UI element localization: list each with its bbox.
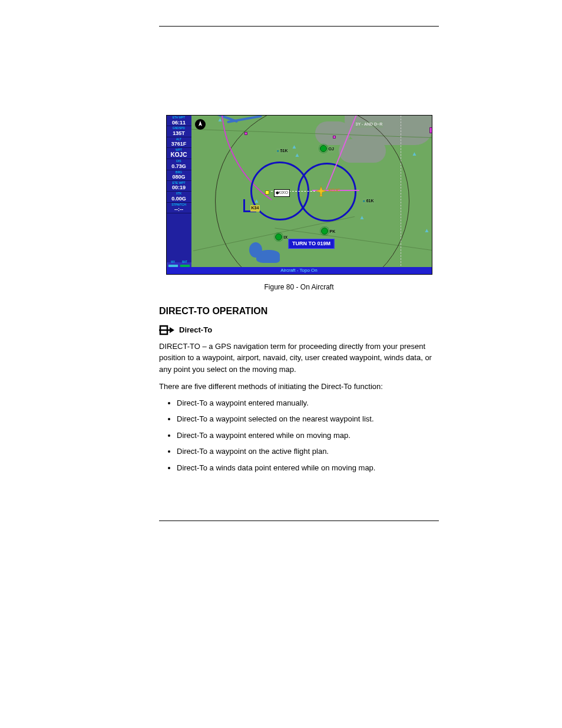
stpwtch-value: --:-- bbox=[168, 206, 190, 213]
airport-pk bbox=[321, 228, 328, 235]
yellow-waypoint-icon bbox=[265, 190, 269, 195]
gndspd-value: 135T bbox=[168, 130, 190, 137]
gndspd-block: GNDSPD 135T bbox=[167, 126, 191, 137]
pk-label: PK bbox=[329, 229, 336, 235]
label-61k: ● 61K bbox=[362, 198, 375, 205]
brg-block: BRG 080G bbox=[167, 170, 191, 181]
list-item: Direct-To a waypoint on the active fligh… bbox=[177, 446, 439, 457]
section-heading: DIRECT-TO OPERATION bbox=[159, 304, 439, 318]
wpt-value: KOJC bbox=[168, 151, 190, 159]
ete-wpt-value: 00:19 bbox=[168, 185, 190, 191]
direct-to-icon bbox=[159, 325, 174, 335]
magenta-wpt-icon bbox=[429, 127, 432, 133]
figure-caption: Figure 80 - On Aircraft bbox=[159, 282, 439, 292]
alt-block: ALT 3761F bbox=[167, 137, 191, 148]
dis-block: DIS 0.73G bbox=[167, 159, 191, 170]
data-sidebar: ETA WPT 06:11 GNDSPD 135T ALT 3761F WPT … bbox=[167, 116, 191, 262]
magenta-wpt-icon bbox=[244, 132, 247, 135]
tower-icon: ▲ bbox=[412, 151, 416, 157]
tower-icon: ▲ bbox=[217, 117, 222, 123]
alt-value: 3761F bbox=[168, 141, 190, 147]
oj-label: OJ bbox=[328, 146, 335, 153]
tower-icon: ▲ bbox=[359, 215, 364, 220]
ix-label: IX bbox=[283, 235, 289, 241]
direct-to-heading-row: Direct-To bbox=[159, 324, 439, 336]
list-item: Direct-To a winds data point entered whi… bbox=[177, 462, 439, 474]
brg-value: 080G bbox=[168, 174, 190, 180]
wpt-block: WPT KOJC bbox=[167, 148, 191, 160]
north-arrow-icon bbox=[195, 119, 206, 130]
xtk-block: XTK 0.00G bbox=[167, 192, 191, 202]
dis-value: 0.73G bbox=[168, 163, 190, 170]
tower-icon: ▲ bbox=[424, 228, 429, 233]
direct-to-label: Direct-To bbox=[179, 324, 212, 336]
bat-status: BAT bbox=[180, 261, 190, 267]
xtk-value: 0.00G bbox=[168, 196, 190, 202]
stpwtch-block: STPWTCH --:-- bbox=[167, 203, 191, 213]
map-screenshot: ETA WPT 06:11 GNDSPD 135T ALT 3761F WPT … bbox=[166, 115, 432, 275]
moving-map: PK IX OJ ◆KIXO K34 ● 51K ● 61K 3Y - AND … bbox=[191, 116, 432, 269]
wx-status: WX bbox=[168, 261, 178, 267]
list-item: Direct-To a waypoint entered manually. bbox=[177, 397, 439, 409]
ete-wpt-block: ETE WPT 00:19 bbox=[167, 181, 191, 192]
list-item: Direct-To a waypoint entered while on mo… bbox=[177, 430, 439, 442]
tower-icon: ▲ bbox=[254, 198, 259, 204]
top-rule bbox=[159, 26, 439, 27]
k34-label: K34 bbox=[250, 205, 260, 212]
tower-icon: ▲ bbox=[295, 152, 299, 158]
eta-wpt-block: ETA WPT 06:11 bbox=[167, 116, 191, 126]
eta-wpt-value: 06:11 bbox=[168, 120, 190, 126]
direct-to-definition: DIRECT-TO – a GPS navigation term for pr… bbox=[159, 341, 439, 375]
methods-intro: There are five different methods of init… bbox=[159, 381, 439, 393]
turn-banner: TURN TO 019M bbox=[288, 239, 335, 249]
bottom-rule bbox=[159, 521, 439, 521]
kojc-map-label: KOJC bbox=[328, 187, 340, 194]
list-item: Direct-To a waypoint selected on the nea… bbox=[177, 413, 439, 425]
methods-list: Direct-To a waypoint entered manually. D… bbox=[177, 397, 439, 474]
aircraft-icon bbox=[315, 185, 327, 197]
magenta-wpt-icon bbox=[333, 136, 336, 139]
map-mode-caption: Aircraft - Topo On bbox=[167, 267, 432, 274]
top-label: 3Y - AND D~R bbox=[355, 121, 384, 128]
label-51k: ● 51K bbox=[276, 148, 289, 154]
kixo-box: ◆KIXO bbox=[274, 189, 290, 197]
airport-oj bbox=[320, 145, 327, 152]
tower-icon: ▲ bbox=[292, 144, 296, 150]
airport-ix bbox=[275, 233, 282, 241]
